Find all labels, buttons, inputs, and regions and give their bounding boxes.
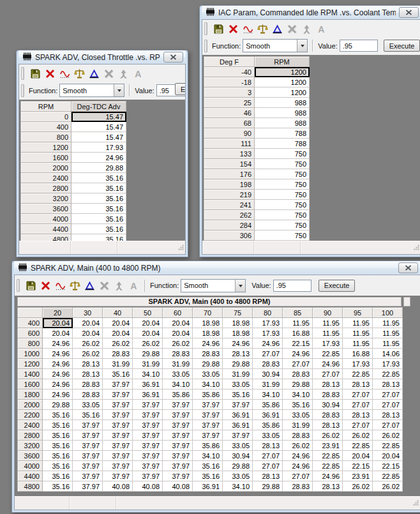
close-button[interactable] [163, 52, 183, 63]
data-cell[interactable]: 35.16 [223, 389, 253, 400]
data-cell[interactable]: 37.97 [193, 430, 223, 441]
data-cell[interactable]: 28.13 [73, 359, 103, 369]
row-header[interactable]: -40 [204, 67, 255, 77]
data-cell[interactable]: 37.97 [133, 471, 163, 481]
data-cell[interactable]: 35.86 [193, 441, 223, 451]
column-header-rpm[interactable]: RPM [21, 102, 71, 112]
data-cell[interactable]: 35.16 [43, 481, 73, 492]
data-cell[interactable]: 23.91 [343, 471, 373, 481]
row-header[interactable]: 4400 [18, 471, 43, 481]
data-cell[interactable]: 28.83 [283, 369, 313, 379]
data-cell[interactable]: 37.97 [103, 461, 133, 471]
data-cell[interactable]: 36.91 [223, 410, 253, 420]
delta-compare-button[interactable] [271, 23, 283, 35]
data-cell[interactable]: 35.16 [43, 430, 73, 441]
row-header[interactable]: 4800 [18, 481, 43, 492]
data-cell[interactable]: 35.16 [73, 410, 103, 420]
row-header[interactable]: 2800 [21, 183, 71, 193]
data-cell[interactable]: 28.13 [223, 349, 253, 359]
row-header[interactable]: 4400 [21, 224, 71, 234]
data-cell[interactable]: 35.16 [43, 461, 73, 471]
data-cell[interactable]: 24.96 [283, 461, 313, 471]
row-header[interactable]: 198 [204, 179, 255, 190]
data-cell[interactable]: 37.97 [133, 420, 163, 430]
data-cell[interactable]: 27.07 [283, 359, 313, 369]
row-header[interactable]: 90 [204, 128, 255, 139]
column-header-deg-tdc-adv[interactable]: Deg-TDC Adv [71, 102, 126, 112]
row-header[interactable]: -18 [204, 77, 255, 87]
data-cell[interactable]: 28.83 [163, 349, 193, 359]
row-header[interactable]: 3200 [18, 441, 43, 451]
value-input[interactable] [273, 280, 311, 292]
row-header[interactable]: 400 [18, 318, 43, 328]
data-cell[interactable]: 788 [255, 139, 310, 149]
row-header[interactable]: 154 [204, 159, 255, 169]
data-cell[interactable]: 29.88 [223, 359, 253, 369]
data-cell[interactable]: 27.07 [373, 420, 403, 430]
data-cell[interactable]: 28.13 [313, 379, 343, 389]
data-cell[interactable]: 22.15 [343, 461, 373, 471]
toolbar-gripper[interactable] [21, 84, 24, 97]
column-header-80[interactable]: 80 [253, 308, 283, 318]
column-header-95[interactable]: 95 [343, 308, 373, 318]
row-header[interactable]: 2400 [21, 173, 71, 183]
delta-compare-button[interactable] [83, 280, 96, 292]
scale-button[interactable] [68, 280, 81, 292]
data-cell[interactable]: 36.91 [133, 379, 163, 389]
data-cell[interactable]: 22.85 [313, 349, 343, 359]
data-cell[interactable]: 37.97 [163, 471, 193, 481]
data-cell[interactable]: 27.07 [373, 400, 403, 410]
data-cell[interactable]: 35.86 [253, 420, 283, 430]
row-header[interactable]: 25 [204, 98, 255, 108]
data-cell[interactable]: 750 [255, 190, 310, 200]
row-header[interactable]: 1600 [21, 153, 71, 163]
data-cell[interactable]: 35.16 [193, 461, 223, 471]
data-cell[interactable]: 28.13 [73, 369, 103, 379]
data-cell[interactable]: 20.04 [163, 328, 193, 338]
row-header[interactable]: 284 [204, 220, 255, 231]
data-cell[interactable]: 31.99 [133, 359, 163, 369]
data-cell[interactable]: 26.02 [133, 338, 163, 349]
data-cell[interactable]: 750 [255, 231, 310, 241]
data-cell[interactable]: 37.97 [133, 441, 163, 451]
data-cell[interactable]: 34.10 [193, 451, 223, 461]
data-cell[interactable]: 37.97 [103, 389, 133, 400]
data-cell[interactable]: 1200 [255, 77, 310, 87]
column-header-50[interactable]: 50 [133, 308, 163, 318]
data-cell[interactable]: 36.91 [223, 420, 253, 430]
data-cell[interactable]: 24.96 [223, 338, 253, 349]
data-cell[interactable]: 29.88 [133, 349, 163, 359]
data-cell[interactable]: 22.15 [373, 461, 403, 471]
data-cell[interactable]: 20.04 [133, 328, 163, 338]
data-cell[interactable]: 11.95 [373, 328, 403, 338]
data-cell[interactable]: 36.91 [133, 389, 163, 400]
data-cell[interactable]: 26.02 [343, 481, 373, 492]
toolbar-gripper[interactable] [204, 22, 207, 35]
data-cell[interactable]: 33.05 [253, 430, 283, 441]
data-cell[interactable]: 40.08 [133, 481, 163, 492]
data-cell[interactable]: 17.93 [343, 359, 373, 369]
column-header-100[interactable]: 100 [373, 308, 403, 318]
data-cell[interactable]: 37.97 [193, 410, 223, 420]
data-cell[interactable]: 34.10 [193, 379, 223, 389]
data-cell[interactable]: 33.05 [223, 379, 253, 389]
data-cell[interactable]: 23.91 [313, 441, 343, 451]
data-cell[interactable]: 17.93 [373, 359, 403, 369]
column-header-60[interactable]: 60 [163, 308, 193, 318]
column-header-20[interactable]: 20 [43, 308, 73, 318]
row-header[interactable]: 800 [21, 132, 71, 142]
row-header[interactable]: 2000 [18, 400, 43, 410]
data-cell[interactable]: 35.16 [43, 420, 73, 430]
data-cell[interactable]: 35.16 [71, 224, 126, 234]
data-cell[interactable]: 28.13 [253, 441, 283, 451]
data-cell[interactable]: 28.83 [73, 389, 103, 400]
data-cell[interactable]: 1200 [255, 67, 310, 77]
data-cell[interactable]: 28.83 [103, 349, 133, 359]
data-cell[interactable]: 37.97 [133, 430, 163, 441]
data-cell[interactable]: 11.95 [343, 328, 373, 338]
row-header[interactable]: 1600 [18, 379, 43, 389]
save-button[interactable] [29, 68, 41, 80]
row-header[interactable]: 1400 [18, 369, 43, 379]
close-button[interactable] [398, 262, 418, 273]
data-cell[interactable]: 37.97 [73, 420, 103, 430]
